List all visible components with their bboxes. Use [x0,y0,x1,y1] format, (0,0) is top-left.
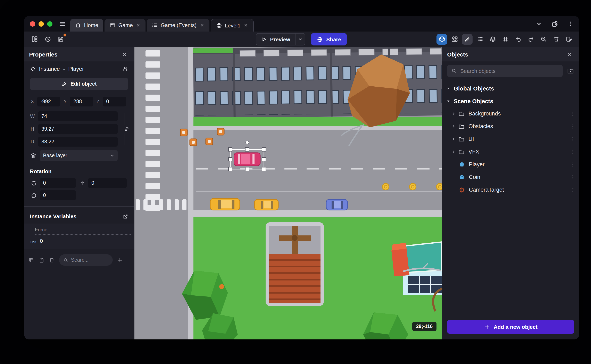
layers-icon [30,152,36,159]
grid-icon[interactable] [500,34,511,45]
rotate-x-icon [30,180,37,186]
objects-shapes-icon[interactable] [449,34,460,45]
layer-select[interactable]: Base layer [40,150,118,161]
home-icon [75,22,81,28]
scene-objects-group[interactable]: Scene Objects [442,95,579,107]
scene-render [134,47,442,339]
depth-input[interactable] [38,136,118,146]
trash-icon[interactable] [551,34,562,45]
object-item-player[interactable]: Player [442,158,579,171]
share-button[interactable]: Share [311,33,347,46]
x-label: X [30,99,35,104]
height-input[interactable] [38,124,118,134]
tab-label: Game [118,22,133,28]
preview-options-chevron-icon[interactable] [295,33,305,45]
close-objects-icon[interactable] [565,50,574,59]
rotation-z-input[interactable] [40,190,76,200]
scene-canvas[interactable]: 29;-116 [134,47,442,339]
toggle-3d-view-icon[interactable] [437,34,447,45]
variables-search-input[interactable] [71,257,104,263]
folder-row-ui[interactable]: UI [442,133,579,145]
kebab-menu-icon[interactable] [570,162,576,167]
share-label: Share [326,36,341,42]
folder-row-obstacles[interactable]: Obstacles [442,120,579,133]
yellow-car [210,199,240,210]
paste-icon[interactable] [39,257,45,263]
objects-search[interactable] [447,65,563,77]
sprite-object-icon [459,161,465,168]
kebab-menu-icon[interactable] [570,149,576,155]
close-tab-icon[interactable] [199,23,204,28]
edit-scene-properties-icon[interactable] [564,34,574,45]
preview-button[interactable]: Preview [256,33,305,46]
scene-icon [216,22,222,28]
rotation-x-input[interactable] [40,178,76,188]
close-properties-icon[interactable] [120,50,129,59]
add-folder-icon[interactable] [567,67,574,75]
folder-row-backgrounds[interactable]: Backgrounds [442,107,579,120]
d-label: D [30,139,35,144]
tab-level1[interactable]: Level1 [211,19,254,32]
close-tab-icon[interactable] [136,23,140,28]
variables-search[interactable] [59,254,113,266]
folder-label: Backgrounds [468,110,501,117]
add-object-button[interactable]: Add a new object [447,320,574,334]
object-item-cameratarget[interactable]: CameraTarget [442,183,579,196]
x-input[interactable] [37,97,60,106]
tab-game[interactable]: Game [104,19,146,32]
open-external-icon[interactable] [123,214,128,219]
kebab-menu-icon[interactable] [570,136,576,142]
instances-list-icon[interactable] [475,34,485,45]
z-input[interactable] [103,97,126,106]
tab-label: Game (Events) [161,22,197,28]
main-menu-icon[interactable] [57,16,70,32]
variable-value[interactable]: 0 [39,238,131,245]
trash-icon[interactable] [49,257,55,263]
maximize-window-button[interactable] [47,21,53,26]
tab-game-events[interactable]: Game (Events) [147,19,209,32]
close-tab-icon[interactable] [243,23,248,28]
folder-icon [458,136,465,142]
variable-name[interactable]: Force [35,227,131,235]
kebab-menu-icon[interactable] [570,187,576,193]
open-project-manager-icon[interactable] [29,34,40,45]
undo-icon[interactable] [513,34,523,45]
tab-home[interactable]: Home [70,19,103,32]
object-label: Coin [469,174,480,180]
link-dimensions-icon[interactable] [124,125,130,133]
width-input[interactable] [38,111,118,121]
w-label: W [30,113,35,119]
kebab-menu-icon[interactable] [567,21,573,27]
instance-diamond-icon [30,66,36,72]
zoom-icon[interactable] [538,34,549,45]
redo-icon[interactable] [525,34,536,45]
lock-open-icon[interactable] [122,66,128,72]
objects-search-input[interactable] [460,68,559,74]
edit-object-button[interactable]: Edit object [30,78,128,90]
edit-wrench-icon [61,81,67,87]
variables-list: Force 123 0 [24,224,134,249]
chevron-down-icon[interactable] [536,20,542,27]
camera-target-icon [459,187,465,193]
kebab-menu-icon[interactable] [570,174,576,180]
history-icon[interactable] [42,34,53,45]
save-icon[interactable] [55,34,66,45]
global-objects-group[interactable]: Global Objects [442,82,579,95]
folder-row-vfx[interactable]: VFX [442,145,579,158]
layers-panel-icon[interactable] [487,34,498,45]
chevron-right-icon[interactable] [451,124,456,129]
add-variable-icon[interactable] [117,257,123,263]
rotation-y-input[interactable] [88,178,127,188]
kebab-menu-icon[interactable] [570,111,576,117]
minimize-window-button[interactable] [39,21,44,26]
extensions-icon[interactable] [551,20,558,27]
chevron-right-icon[interactable] [451,137,456,141]
kebab-menu-icon[interactable] [570,124,576,129]
edit-tool-pencil-icon[interactable] [462,34,472,45]
object-item-coin[interactable]: Coin [442,171,579,183]
close-window-button[interactable] [30,21,35,26]
chevron-right-icon[interactable] [451,111,456,116]
chevron-right-icon[interactable] [451,150,456,154]
copy-icon[interactable] [28,257,34,263]
y-input[interactable] [70,97,93,106]
